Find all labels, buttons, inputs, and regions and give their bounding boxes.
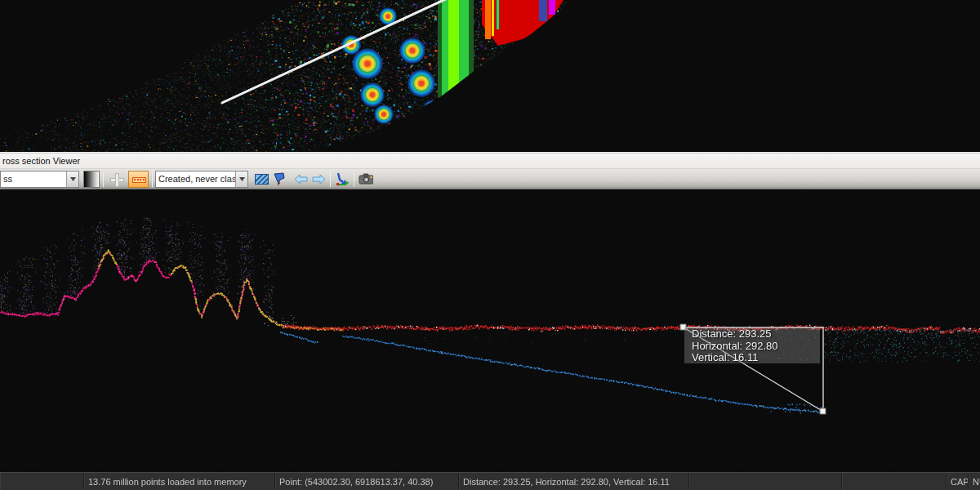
panel-title: ross section Viewer (2, 156, 80, 166)
status-bar: 13.76 million points loaded into memory … (0, 472, 980, 490)
tooltip-horizontal: Horizontal: 292.80 (692, 341, 820, 353)
toolbar-separator (330, 172, 331, 187)
profile-chart-icon (336, 172, 350, 185)
tooltip-vertical: Vertical: 16.11 (692, 352, 820, 364)
measure-end-handle[interactable] (820, 408, 826, 414)
arrow-right-icon (312, 174, 326, 185)
add-section-button[interactable] (107, 171, 127, 188)
colormap-combobox-value: ss (1, 174, 66, 184)
hatch-plane-icon (255, 174, 269, 185)
status-point-coordinates: Point: (543002.30, 6918613.37, 40.38) (275, 474, 459, 490)
screenshot-button[interactable] (358, 171, 374, 188)
panel-toolbar: ss Created, never class (0, 169, 980, 189)
previous-section-button[interactable] (292, 171, 309, 188)
application-window: ross section Viewer ss Created, never cl… (0, 0, 980, 490)
status-empty-segment (842, 474, 947, 490)
fence-button[interactable] (128, 171, 149, 188)
profile-chart-button[interactable] (334, 171, 350, 188)
gradient-ramp-button[interactable] (83, 171, 100, 188)
status-empty-segment (689, 474, 842, 490)
status-memory: 13.76 million points loaded into memory (84, 474, 275, 490)
arrow-left-icon (294, 174, 308, 185)
classify-pick-button[interactable] (271, 171, 287, 188)
status-measurement: Distance: 293.25, Horizontal: 292.80, Ve… (459, 474, 689, 490)
chevron-down-icon[interactable] (235, 172, 247, 187)
plan-view-canvas[interactable] (0, 0, 980, 152)
plan-view[interactable] (0, 0, 980, 152)
toolbar-separator (103, 172, 104, 187)
measurement-tooltip: Distance: 293.25 Horizontal: 292.80 Vert… (684, 327, 820, 363)
hatch-plane-button[interactable] (253, 171, 270, 188)
status-caps-indicator: CAP (947, 474, 969, 490)
classify-pick-icon (273, 172, 286, 185)
colormap-combobox[interactable]: ss (0, 171, 79, 188)
tooltip-distance: Distance: 293.25 (692, 328, 820, 341)
panel-titlebar[interactable]: ross section Viewer (0, 154, 980, 169)
chevron-down-icon[interactable] (66, 172, 78, 187)
measurement-overlay (0, 189, 980, 472)
next-section-button[interactable] (310, 171, 327, 188)
toolbar-separator (354, 172, 354, 187)
cross-section-view[interactable] (0, 189, 980, 472)
classification-combobox-value: Created, never class (156, 174, 235, 184)
plus-icon (115, 173, 119, 187)
classification-combobox[interactable]: Created, never class (155, 171, 248, 188)
toolbar-separator (152, 172, 153, 187)
status-num-indicator: NU (969, 474, 980, 490)
camera-icon (359, 173, 373, 185)
status-empty-segment (0, 474, 84, 490)
fence-icon (132, 177, 146, 183)
